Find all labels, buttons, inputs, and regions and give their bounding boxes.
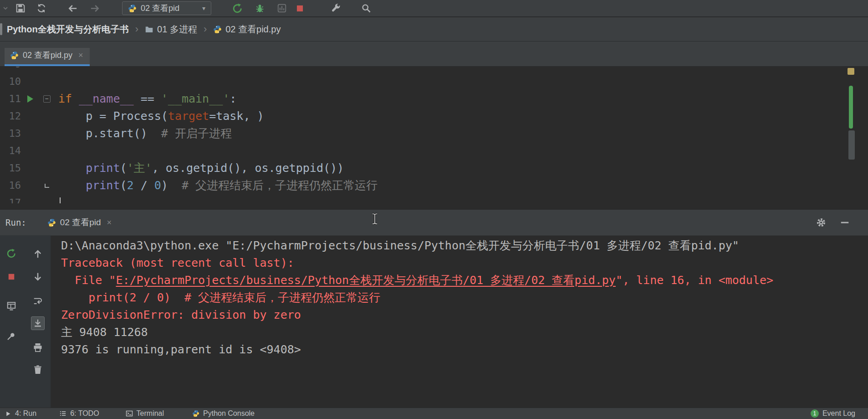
rerun-icon[interactable]	[6, 248, 16, 259]
event-log-label: Event Log	[822, 409, 855, 418]
run-config-label: 02 查看pid	[141, 3, 179, 14]
editor: 91011−if __name__ == '__main__':12 p = P…	[0, 67, 868, 209]
stop-icon[interactable]	[7, 272, 16, 281]
statusbar-terminal-label: Terminal	[137, 409, 164, 418]
gear-icon[interactable]	[816, 217, 826, 228]
status-bar: 4: Run 6: TODO Terminal Python Console 1…	[0, 408, 868, 419]
save-icon[interactable]	[15, 3, 26, 13]
clear-icon[interactable]	[33, 365, 43, 375]
breadcrumb-separator: ›	[204, 23, 207, 35]
statusbar-python-console-label: Python Console	[203, 409, 255, 418]
breadcrumb-file[interactable]: 02 查看pid.py	[213, 23, 281, 36]
code-text: print('主', os.getpid(), os.getppid())	[55, 160, 344, 177]
pin-icon[interactable]	[6, 331, 16, 341]
toolwindow-stripe	[0, 23, 2, 35]
stop-icon[interactable]	[295, 4, 305, 13]
run-icon[interactable]	[232, 3, 243, 14]
code-line-11: 11−if __name__ == '__main__':	[0, 90, 845, 108]
run-console: D:\Anaconda3\python.exe "E:/PycharmProje…	[0, 236, 868, 408]
editor-tab-label: 02 查看pid.py	[23, 50, 72, 61]
wrench-icon[interactable]	[331, 3, 341, 13]
back-icon[interactable]	[67, 3, 78, 14]
statusbar-python-console-toolwindow[interactable]: Python Console	[192, 409, 255, 418]
soft-wrap-icon[interactable]	[33, 296, 43, 306]
editor-scrollbar[interactable]	[848, 130, 855, 160]
run-panel-title: Run:	[5, 217, 26, 228]
breadcrumb-project[interactable]: Python全栈开发与分析电子书	[7, 23, 129, 36]
editor-tab[interactable]: 02 查看pid.py ×	[5, 48, 90, 66]
breadcrumb-file-label: 02 查看pid.py	[225, 23, 281, 36]
code-text: p.start() # 开启子进程	[55, 125, 232, 142]
breadcrumb-separator: ›	[135, 23, 138, 35]
statusbar-run-label: 4: Run	[15, 409, 36, 418]
console-line: ZeroDivisionError: division by zero	[61, 306, 868, 324]
console-line: Traceback (most recent call last):	[61, 254, 868, 272]
code-line-15: 15 print('主', os.getpid(), os.getppid())	[0, 160, 845, 177]
code-line-13: 13 p.start() # 开启子进程	[0, 125, 845, 142]
todo-icon	[59, 410, 66, 417]
scroll-to-end-icon[interactable]	[31, 316, 45, 330]
run-config-select[interactable]: 02 查看pid ▾	[122, 1, 211, 15]
text-caret	[60, 197, 61, 203]
restore-layout-icon[interactable]	[6, 301, 16, 311]
code-text: if __name__ == '__main__':	[55, 90, 236, 108]
python-icon	[47, 218, 56, 227]
run-tab[interactable]: 02 查看pid ×	[47, 217, 112, 228]
coverage-icon[interactable]	[277, 3, 287, 13]
run-panel-header: Run: 02 查看pid ×	[0, 209, 868, 236]
code-line-9: 9	[0, 67, 845, 73]
editor-tabbar: 02 查看pid.py ×	[0, 41, 868, 67]
line-number: 11	[0, 90, 21, 108]
line-number: 16	[0, 177, 21, 194]
run-toolwindow-icon	[5, 410, 11, 417]
print-icon[interactable]	[33, 342, 43, 352]
statusbar-todo-toolwindow[interactable]: 6: TODO	[59, 409, 99, 418]
fold-end-marker-icon[interactable]	[45, 184, 49, 188]
run-line-icon[interactable]	[27, 95, 33, 103]
run-toolbar	[0, 236, 51, 408]
code-line-17: 17	[0, 194, 845, 203]
code-text	[55, 142, 58, 160]
inspection-indicator[interactable]	[848, 68, 854, 75]
statusbar-terminal-toolwindow[interactable]: Terminal	[126, 409, 164, 418]
traceback-file-link[interactable]: E:/PycharmProjects/business/Python全栈开发与分…	[116, 274, 615, 287]
line-number: 14	[0, 142, 21, 160]
editor-lines[interactable]: 91011−if __name__ == '__main__':12 p = P…	[0, 67, 845, 203]
collapse-chevron-icon[interactable]	[2, 5, 9, 12]
breadcrumb-folder[interactable]: 01 多进程	[145, 23, 197, 36]
forward-icon[interactable]	[90, 3, 100, 14]
debug-icon[interactable]	[255, 3, 265, 14]
code-line-16: 16 print(2 / 0) # 父进程结束后，子进程仍然正常运行	[0, 177, 845, 194]
breadcrumb-project-label: Python全栈开发与分析电子书	[7, 23, 129, 36]
up-stack-icon[interactable]	[33, 249, 43, 259]
console-line: File "E:/PycharmProjects/business/Python…	[61, 272, 868, 289]
sync-icon[interactable]	[36, 3, 46, 13]
python-icon	[213, 25, 222, 34]
fold-marker-icon[interactable]: −	[43, 95, 51, 103]
code-line-14: 14	[0, 142, 845, 160]
breadcrumb-folder-label: 01 多进程	[157, 23, 197, 36]
run-tab-label: 02 查看pid	[60, 217, 101, 228]
close-icon[interactable]: ×	[107, 218, 112, 228]
notification-badge: 1	[811, 409, 819, 418]
close-icon[interactable]: ×	[78, 51, 83, 60]
event-log[interactable]: 1 Event Log	[811, 409, 868, 418]
line-number: 13	[0, 125, 21, 142]
down-stack-icon[interactable]	[33, 272, 43, 282]
code-line-12: 12 p = Process(target=task, )	[0, 108, 845, 125]
terminal-icon	[126, 410, 133, 417]
code-text: p = Process(target=task, )	[55, 108, 264, 125]
console-line: 主 9408 11268	[61, 324, 868, 341]
vcs-change-marker	[849, 86, 853, 129]
statusbar-todo-label: 6: TODO	[70, 409, 99, 418]
console-line: print(2 / 0) # 父进程结束后，子进程仍然正常运行	[61, 289, 868, 306]
python-icon	[192, 410, 199, 417]
search-icon[interactable]	[361, 3, 371, 13]
statusbar-run-toolwindow[interactable]: 4: Run	[5, 409, 36, 418]
minimize-icon[interactable]	[840, 217, 850, 228]
line-number: 17	[0, 194, 21, 203]
line-number: 9	[0, 67, 21, 73]
python-icon	[10, 51, 19, 60]
line-number: 12	[0, 108, 21, 125]
console-output[interactable]: D:\Anaconda3\python.exe "E:/PycharmProje…	[51, 236, 868, 408]
